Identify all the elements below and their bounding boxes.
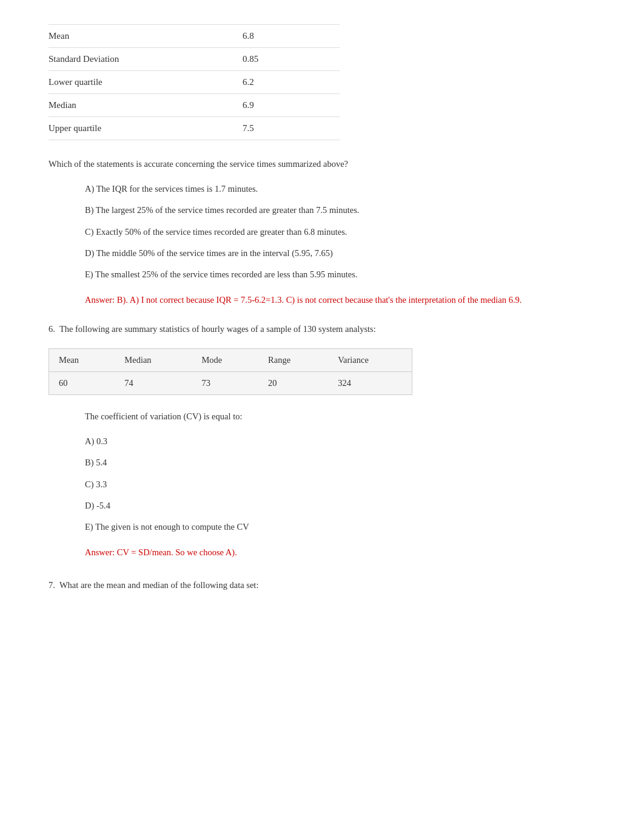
option-item: C) 3.3 [85,478,595,492]
table-cell: 74 [115,371,192,394]
table-cell: 20 [258,371,328,394]
table-header-cell: Mode [192,349,258,372]
stats-row: Mean 6.8 [49,24,340,48]
stats-row: Upper quartile 7.5 [49,117,340,140]
question6-options: A) 0.3B) 5.4C) 3.3D) -5.4E) The given is… [49,434,595,534]
q6-sub-question: The coefficient of variation (CV) is equ… [49,410,595,424]
option-item: D) The middle 50% of the service times a… [85,246,595,260]
table-cell: 324 [328,371,412,394]
question5-answer: Answer: B). A) I not correct because IQR… [49,292,595,308]
summary-table: MeanMedianModeRangeVariance 60747320324 [49,348,412,395]
table-header-cell: Range [258,349,328,372]
question5-text: Which of the statements is accurate conc… [49,157,595,171]
stats-value: 6.8 [230,31,340,41]
option-item: B) 5.4 [85,456,595,470]
stats-row: Standard Deviation 0.85 [49,48,340,71]
stats-value: 6.2 [230,77,340,87]
table-cell: 60 [49,371,115,394]
option-item: D) -5.4 [85,499,595,513]
stats-row: Lower quartile 6.2 [49,71,340,94]
stats-value: 6.9 [230,100,340,110]
table-header-cell: Mean [49,349,115,372]
table-cell: 73 [192,371,258,394]
stats-label: Lower quartile [49,77,230,87]
stats-row: Median 6.9 [49,94,340,117]
option-item: A) The IQR for the services times is 1.7… [85,182,595,196]
option-item: C) Exactly 50% of the service times reco… [85,225,595,239]
stats-label: Median [49,100,230,110]
question7-text: 7. What are the mean and median of the f… [49,578,595,592]
option-item: A) 0.3 [85,434,595,448]
table-row: 60747320324 [49,371,412,394]
option-item: E) The smallest 25% of the service times… [85,268,595,282]
question6-number: 6. The following are summary statistics … [49,322,595,336]
stats-label: Upper quartile [49,123,230,134]
stats-value: 0.85 [230,54,340,64]
table-header-cell: Variance [328,349,412,372]
stats-label: Standard Deviation [49,54,230,64]
question6-answer: Answer: CV = SD/mean. So we choose A). [49,545,595,560]
option-item: B) The largest 25% of the service times … [85,203,595,217]
option-item: E) The given is not enough to compute th… [85,520,595,534]
question5-options: A) The IQR for the services times is 1.7… [49,182,595,282]
stats-table: Mean 6.8 Standard Deviation 0.85 Lower q… [49,24,340,140]
stats-value: 7.5 [230,123,340,134]
table-header-cell: Median [115,349,192,372]
stats-label: Mean [49,31,230,41]
